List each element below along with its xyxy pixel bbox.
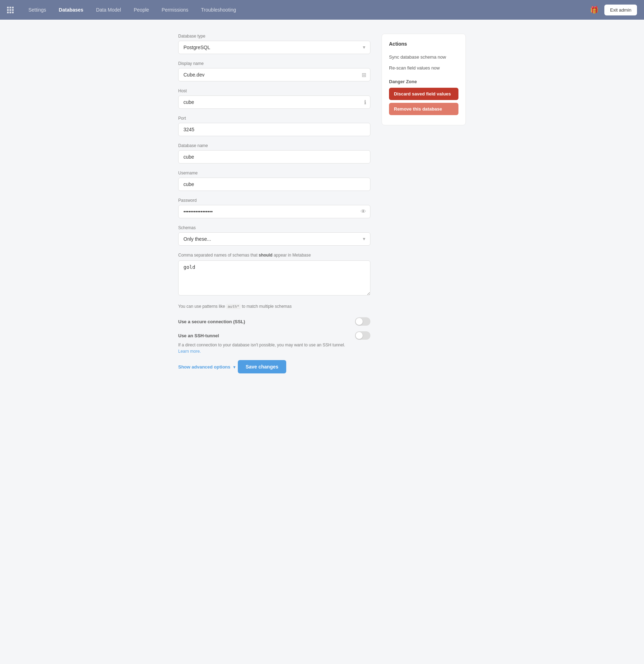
username-input[interactable]: [178, 178, 370, 191]
remove-database-button[interactable]: Remove this database: [389, 103, 458, 115]
ssl-label: Use a secure connection (SSL): [178, 319, 245, 324]
ssl-toggle-row: Use a secure connection (SSL): [178, 317, 370, 326]
database-name-input[interactable]: [178, 150, 370, 164]
display-name-label: Display name: [178, 61, 370, 66]
schemas-hint-end: appear in Metabase: [274, 253, 311, 258]
app-logo[interactable]: [7, 7, 14, 13]
actions-title: Actions: [389, 41, 458, 47]
host-input-wrapper: ℹ: [178, 95, 370, 109]
database-type-label: Database type: [178, 34, 370, 39]
schemas-textarea-field: gold: [178, 260, 370, 297]
schemas-pattern-pre: You can use patterns like: [178, 304, 226, 309]
nav-right: 🎁 Exit admin: [590, 5, 637, 15]
display-name-input-wrapper: ⊞: [178, 68, 370, 81]
sidebar-section: Actions Sync database schema now Re-scan…: [382, 34, 466, 378]
database-type-field: Database type PostgreSQL ▼: [178, 34, 370, 54]
port-field: Port: [178, 116, 370, 136]
gift-icon[interactable]: 🎁: [590, 6, 599, 14]
exit-admin-button[interactable]: Exit admin: [604, 5, 637, 15]
advanced-chevron-icon: ▼: [233, 365, 236, 369]
nav-data-model[interactable]: Data Model: [90, 4, 128, 15]
show-advanced-button[interactable]: Show advanced options ▼: [178, 364, 236, 370]
schemas-pattern-hint: You can use patterns like auth* to match…: [178, 304, 370, 309]
content-wrapper: Database type PostgreSQL ▼ Display name …: [178, 34, 466, 378]
database-name-field: Database name: [178, 143, 370, 164]
display-name-input[interactable]: [178, 68, 370, 81]
database-name-label: Database name: [178, 143, 370, 148]
rescan-fields-button[interactable]: Re-scan field values now: [389, 62, 458, 73]
ssh-toggle[interactable]: [355, 331, 370, 340]
save-button[interactable]: Save changes: [238, 360, 286, 373]
schemas-hint-bold: should: [259, 253, 272, 258]
ssl-toggle[interactable]: [355, 317, 370, 326]
nav-people[interactable]: People: [127, 4, 155, 15]
ssh-learn-more-link[interactable]: Learn more.: [178, 349, 201, 354]
host-field: Host ℹ: [178, 88, 370, 109]
ssh-toggle-row: Use an SSH-tunnel: [178, 331, 370, 340]
host-input[interactable]: [178, 95, 370, 109]
schemas-pattern-post: to match multiple schemas: [241, 304, 291, 309]
port-label: Port: [178, 116, 370, 121]
database-type-select[interactable]: PostgreSQL: [178, 41, 370, 54]
danger-zone-title: Danger Zone: [389, 79, 458, 84]
actions-card: Actions Sync database schema now Re-scan…: [382, 34, 466, 125]
discard-field-values-button[interactable]: Discard saved field values: [389, 88, 458, 100]
host-label: Host: [178, 88, 370, 93]
navbar: Settings Databases Data Model People Per…: [0, 0, 644, 20]
display-name-field: Display name ⊞: [178, 61, 370, 81]
copy-icon[interactable]: ⊞: [362, 72, 366, 78]
schemas-label: Schemas: [178, 225, 370, 230]
port-input[interactable]: [178, 123, 370, 136]
schemas-field: Schemas Only these... All None ▼: [178, 225, 370, 246]
nav-databases[interactable]: Databases: [53, 4, 90, 15]
main-content: Database type PostgreSQL ▼ Display name …: [0, 20, 644, 399]
info-icon[interactable]: ℹ: [364, 99, 366, 106]
password-input[interactable]: [178, 205, 370, 218]
nav-settings[interactable]: Settings: [22, 4, 53, 15]
schemas-pattern-code: auth*: [226, 304, 241, 309]
password-input-wrapper: 👁: [178, 205, 370, 218]
nav-links: Settings Databases Data Model People Per…: [22, 4, 590, 15]
schemas-select-wrapper: Only these... All None ▼: [178, 232, 370, 246]
sync-schema-button[interactable]: Sync database schema now: [389, 52, 458, 62]
eye-icon[interactable]: 👁: [361, 208, 366, 215]
schemas-hint: Comma separated names of schemas that sh…: [178, 253, 370, 258]
ssh-label: Use an SSH-tunnel: [178, 333, 219, 338]
schemas-textarea[interactable]: gold: [178, 260, 370, 296]
ssh-desc-text: If a direct connection to your database …: [178, 343, 345, 347]
database-type-select-wrapper: PostgreSQL ▼: [178, 41, 370, 54]
schemas-select[interactable]: Only these... All None: [178, 232, 370, 246]
password-field: Password 👁: [178, 198, 370, 218]
form-section: Database type PostgreSQL ▼ Display name …: [178, 34, 370, 378]
nav-permissions[interactable]: Permissions: [155, 4, 195, 15]
username-field: Username: [178, 171, 370, 191]
username-label: Username: [178, 171, 370, 175]
password-label: Password: [178, 198, 370, 203]
nav-troubleshooting[interactable]: Troubleshooting: [195, 4, 242, 15]
show-advanced-label: Show advanced options: [178, 364, 230, 370]
ssh-description: If a direct connection to your database …: [178, 342, 370, 354]
schemas-hint-pre: Comma separated names of schemas that: [178, 253, 257, 258]
